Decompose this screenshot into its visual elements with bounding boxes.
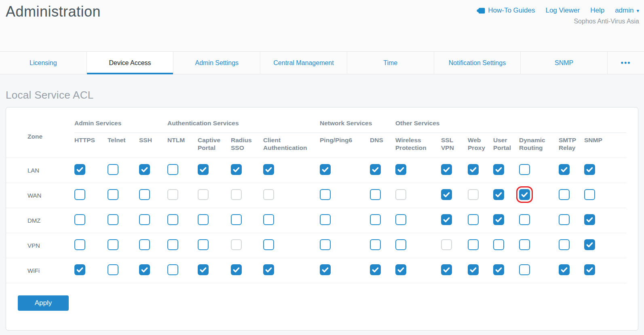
- checkbox-wifi-ping-ping6[interactable]: [320, 264, 331, 275]
- checkbox-wifi-ssh[interactable]: [139, 264, 150, 275]
- checkbox-lan-ntlm[interactable]: [167, 164, 178, 175]
- checkbox-wan-user-portal[interactable]: [493, 189, 504, 200]
- checkbox-lan-snmp[interactable]: [584, 164, 595, 175]
- checkbox-lan-web-proxy[interactable]: [468, 164, 479, 175]
- checkbox-lan-wireless-protection[interactable]: [395, 164, 406, 175]
- checkbox-lan-smtp-relay[interactable]: [559, 164, 570, 175]
- checkbox-wan-dns[interactable]: [370, 189, 381, 200]
- cell-wan-ntlm: [167, 183, 198, 208]
- checkbox-wan-smtp-relay[interactable]: [559, 189, 570, 200]
- checkbox-dmz-ping-ping6[interactable]: [320, 214, 331, 225]
- checkbox-lan-ping-ping6[interactable]: [320, 164, 331, 175]
- cell-dmz-smtp-relay: [559, 208, 584, 233]
- checkbox-lan-ssl-vpn[interactable]: [441, 164, 452, 175]
- checkbox-wifi-captive-portal[interactable]: [198, 264, 209, 275]
- checkbox-dmz-client-authentication[interactable]: [263, 214, 274, 225]
- checkbox-vpn-client-authentication[interactable]: [263, 239, 274, 250]
- cell-vpn-https: [74, 233, 108, 258]
- how-to-guides-link[interactable]: How-To Guides: [477, 6, 535, 15]
- checkbox-dmz-dynamic-routing[interactable]: [519, 214, 530, 225]
- checkbox-vpn-ssh[interactable]: [139, 239, 150, 250]
- checkbox-lan-ssh[interactable]: [139, 164, 150, 175]
- checkbox-lan-dynamic-routing[interactable]: [519, 164, 530, 175]
- checkbox-wifi-telnet[interactable]: [108, 264, 118, 275]
- checkbox-vpn-dns[interactable]: [370, 239, 381, 250]
- cell-dmz-dns: [370, 208, 395, 233]
- checkbox-lan-user-portal[interactable]: [493, 164, 504, 175]
- checkbox-vpn-https[interactable]: [74, 239, 85, 250]
- cell-lan-smtp-relay: [559, 158, 584, 183]
- checkbox-vpn-snmp[interactable]: [584, 239, 595, 250]
- tab-more[interactable]: •••: [608, 52, 644, 74]
- column-header-captive-portal: Captive Portal: [198, 133, 231, 158]
- cell-vpn-dynamic-routing: [519, 233, 559, 258]
- checkbox-wifi-radius-sso[interactable]: [231, 264, 242, 275]
- checkbox-wifi-web-proxy[interactable]: [468, 264, 479, 275]
- checkbox-wifi-ssl-vpn[interactable]: [441, 264, 452, 275]
- tab-admin-settings[interactable]: Admin Settings: [173, 52, 260, 74]
- column-header-ping-ping6: Ping/Ping6: [320, 133, 370, 158]
- checkbox-wifi-wireless-protection[interactable]: [395, 264, 406, 275]
- checkbox-wifi-dynamic-routing[interactable]: [519, 264, 530, 275]
- checkbox-wifi-smtp-relay[interactable]: [559, 264, 570, 275]
- tab-label: •••: [621, 59, 631, 67]
- checkbox-wifi-ntlm[interactable]: [167, 264, 178, 275]
- column-header-wireless-protection: Wireless Protection: [395, 133, 441, 158]
- checkbox-dmz-snmp[interactable]: [584, 214, 595, 225]
- tab-time[interactable]: Time: [347, 52, 434, 74]
- checkbox-lan-dns[interactable]: [370, 164, 381, 175]
- checkbox-dmz-dns[interactable]: [370, 214, 381, 225]
- checkbox-vpn-wireless-protection[interactable]: [395, 239, 406, 250]
- checkbox-vpn-user-portal[interactable]: [493, 239, 504, 250]
- checkbox-wan-ssl-vpn[interactable]: [441, 189, 452, 200]
- checkbox-wifi-client-authentication[interactable]: [263, 264, 274, 275]
- tab-notification-settings[interactable]: Notification Settings: [434, 52, 521, 74]
- checkbox-wan-client-authentication: [263, 189, 274, 200]
- checkbox-vpn-dynamic-routing[interactable]: [519, 239, 530, 250]
- tab-snmp[interactable]: SNMP: [521, 52, 608, 74]
- column-header-smtp-relay: SMTP Relay: [559, 133, 584, 158]
- checkbox-lan-captive-portal[interactable]: [198, 164, 209, 175]
- column-header-dns: DNS: [370, 133, 395, 158]
- checkbox-wifi-https[interactable]: [74, 264, 85, 275]
- checkbox-vpn-web-proxy[interactable]: [468, 239, 479, 250]
- checkbox-wan-ssh[interactable]: [139, 189, 150, 200]
- checkbox-dmz-captive-portal[interactable]: [198, 214, 209, 225]
- checkbox-wifi-user-portal[interactable]: [493, 264, 504, 275]
- tab-central-management[interactable]: Central Management: [260, 52, 347, 74]
- column-header-telnet: Telnet: [108, 133, 139, 158]
- checkbox-dmz-https[interactable]: [74, 214, 85, 225]
- checkbox-dmz-smtp-relay[interactable]: [559, 214, 570, 225]
- checkbox-vpn-telnet[interactable]: [108, 239, 118, 250]
- checkbox-wan-ping-ping6[interactable]: [320, 189, 331, 200]
- checkbox-dmz-ssh[interactable]: [139, 214, 150, 225]
- checkbox-dmz-telnet[interactable]: [108, 214, 118, 225]
- checkbox-dmz-web-proxy[interactable]: [468, 214, 479, 225]
- checkbox-lan-telnet[interactable]: [108, 164, 118, 175]
- apply-button[interactable]: Apply: [18, 295, 69, 311]
- checkbox-wan-dynamic-routing[interactable]: [519, 189, 530, 200]
- cell-wan-dynamic-routing: [519, 183, 559, 208]
- checkbox-dmz-ssl-vpn[interactable]: [441, 214, 452, 225]
- checkbox-wan-https[interactable]: [74, 189, 85, 200]
- checkbox-vpn-captive-portal[interactable]: [198, 239, 209, 250]
- checkbox-dmz-user-portal[interactable]: [493, 214, 504, 225]
- checkbox-dmz-radius-sso[interactable]: [231, 214, 242, 225]
- checkbox-dmz-wireless-protection[interactable]: [395, 214, 406, 225]
- tab-licensing[interactable]: Licensing: [0, 52, 87, 74]
- checkbox-wan-snmp[interactable]: [584, 189, 595, 200]
- checkbox-dmz-ntlm[interactable]: [167, 214, 178, 225]
- checkbox-wifi-snmp[interactable]: [584, 264, 595, 275]
- checkbox-lan-client-authentication[interactable]: [263, 164, 274, 175]
- admin-menu[interactable]: admin ▾: [615, 6, 639, 15]
- checkbox-vpn-smtp-relay[interactable]: [559, 239, 570, 250]
- checkbox-vpn-ntlm[interactable]: [167, 239, 178, 250]
- help-link[interactable]: Help: [590, 6, 604, 15]
- checkbox-lan-radius-sso[interactable]: [231, 164, 242, 175]
- checkbox-lan-https[interactable]: [74, 164, 85, 175]
- tab-device-access[interactable]: Device Access: [87, 52, 174, 74]
- log-viewer-link[interactable]: Log Viewer: [545, 6, 580, 15]
- checkbox-vpn-ping-ping6[interactable]: [320, 239, 331, 250]
- checkbox-wan-telnet[interactable]: [108, 189, 118, 200]
- checkbox-wifi-dns[interactable]: [370, 264, 381, 275]
